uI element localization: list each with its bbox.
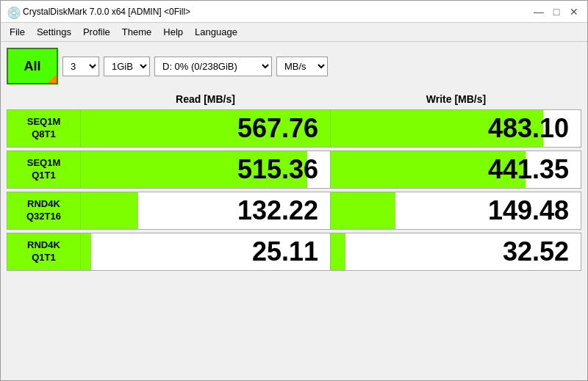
window-controls: — □ ✕ xyxy=(531,4,581,19)
row-read-3: 25.11 xyxy=(81,233,331,270)
row-read-1: 515.36 xyxy=(81,151,331,188)
row-read-0: 567.76 xyxy=(81,110,331,147)
toolbar: All 3 1GiB D: 0% (0/238GiB) MB/s xyxy=(7,48,581,84)
minimize-button[interactable]: — xyxy=(531,4,546,19)
title-bar-left: 💿 CrystalDiskMark 7.0.0 x64 [ADMIN] <0Fi… xyxy=(7,6,190,18)
main-content: All 3 1GiB D: 0% (0/238GiB) MB/s Read [M… xyxy=(1,42,587,380)
all-button[interactable]: All xyxy=(7,48,58,84)
menu-item-help[interactable]: Help xyxy=(157,24,189,40)
header-write: Write [MB/s] xyxy=(331,90,581,108)
table-row: RND4K Q32T16 132.22 149.48 xyxy=(7,192,581,230)
row-label-1: SEQ1M Q1T1 xyxy=(7,151,81,188)
benchmark-rows: SEQ1M Q8T1 567.76 483.10 SEQ1M Q1T1 515.… xyxy=(7,109,581,271)
unit-select[interactable]: MB/s xyxy=(276,57,328,76)
header-empty xyxy=(7,90,80,108)
app-icon: 💿 xyxy=(7,6,18,18)
menu-bar: FileSettingsProfileThemeHelpLanguage xyxy=(1,23,587,42)
close-button[interactable]: ✕ xyxy=(567,4,581,19)
table-row: SEQ1M Q8T1 567.76 483.10 xyxy=(7,109,581,148)
menu-item-file[interactable]: File xyxy=(4,24,31,40)
window-title: CrystalDiskMark 7.0.0 x64 [ADMIN] <0Fill… xyxy=(23,7,190,17)
row-write-2: 149.48 xyxy=(331,192,581,229)
row-write-0: 483.10 xyxy=(331,110,581,147)
row-read-2: 132.22 xyxy=(81,192,331,229)
app-window: 💿 CrystalDiskMark 7.0.0 x64 [ADMIN] <0Fi… xyxy=(0,0,588,381)
row-write-3: 32.52 xyxy=(331,233,581,270)
table-header: Read [MB/s] Write [MB/s] xyxy=(7,90,581,108)
header-read: Read [MB/s] xyxy=(80,90,331,108)
size-select[interactable]: 1GiB xyxy=(104,57,150,76)
table-row: SEQ1M Q1T1 515.36 441.35 xyxy=(7,150,581,189)
menu-item-profile[interactable]: Profile xyxy=(77,24,116,40)
maximize-button[interactable]: □ xyxy=(549,4,564,19)
drive-select[interactable]: D: 0% (0/238GiB) xyxy=(154,57,272,76)
menu-item-language[interactable]: Language xyxy=(189,24,243,40)
row-label-2: RND4K Q32T16 xyxy=(7,192,81,229)
row-label-0: SEQ1M Q8T1 xyxy=(7,110,81,147)
count-select[interactable]: 3 xyxy=(62,57,99,76)
menu-item-theme[interactable]: Theme xyxy=(116,24,157,40)
title-bar: 💿 CrystalDiskMark 7.0.0 x64 [ADMIN] <0Fi… xyxy=(1,1,587,23)
table-row: RND4K Q1T1 25.11 32.52 xyxy=(7,233,581,271)
menu-item-settings[interactable]: Settings xyxy=(31,24,77,40)
row-label-3: RND4K Q1T1 xyxy=(7,233,81,270)
row-write-1: 441.35 xyxy=(331,151,581,188)
